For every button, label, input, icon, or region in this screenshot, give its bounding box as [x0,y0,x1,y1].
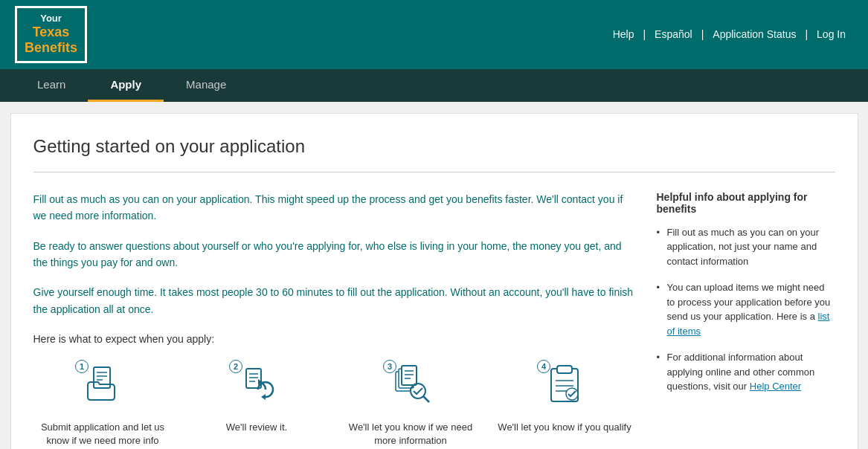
sidebar-item-2-text: You can upload items we might need to pr… [667,282,831,322]
sidebar-item-2: You can upload items we might need to pr… [657,280,835,338]
step-2: 2 W [187,361,327,448]
paragraph-3: Give yourself enough time. It takes most… [33,284,634,317]
header-nav: Help | Español | Application Status | Lo… [605,28,853,40]
step-1-number: 1 [75,360,89,373]
steps-row: 1 Submit application and let us know if … [33,361,634,448]
svg-line-17 [423,396,429,402]
nav-tabs: Learn Apply Manage [0,69,868,102]
svg-rect-19 [557,366,572,373]
main-container: Getting started on your application Fill… [10,113,858,449]
paragraph-2: Be ready to answer questions about yours… [33,238,634,271]
logo-your: Your [40,13,62,25]
application-status-link[interactable]: Application Status [705,28,803,40]
paragraph-1: Fill out as much as you can on your appl… [33,191,634,224]
step-1-icon-wrapper: 1 [77,361,129,413]
separator-3: | [803,28,809,40]
step-1-label: Submit application and let us know if we… [33,421,173,448]
paragraph-4: Here is what to expect when you apply: [33,331,634,347]
login-link[interactable]: Log In [809,28,853,40]
logo-texas: Texas [33,25,70,41]
page-title: Getting started on your application [33,136,835,157]
step-4-number: 4 [537,360,550,373]
sidebar-title: Helpful info about applying for benefits [657,191,835,215]
step-4-icon-wrapper: 4 [539,361,591,413]
separator-1: | [641,28,647,40]
logo[interactable]: Your Texas Benefits [15,6,87,63]
step-3-number: 3 [383,360,396,373]
sidebar-item-3: For additional information about applyin… [657,350,835,394]
sidebar: Helpful info about applying for benefits… [657,191,835,448]
step-4: 4 [495,361,634,448]
step-3-icon-wrapper: 3 [385,361,437,413]
content-layout: Fill out as much as you can on your appl… [33,191,835,448]
sidebar-item-1: Fill out as much as you can on your appl… [657,225,835,269]
step-2-label: We'll review it. [226,421,287,434]
svg-rect-12 [402,366,417,385]
logo-benefits: Benefits [25,40,77,56]
divider [33,172,835,172]
step-2-icon-wrapper: 2 [231,361,283,413]
sidebar-list: Fill out as much as you can on your appl… [657,225,835,394]
tab-apply[interactable]: Apply [88,69,164,102]
step-3-label: We'll let you know if we need more infor… [341,421,480,448]
help-center-link[interactable]: Help Center [750,381,801,392]
step-1: 1 Submit application and let us know if … [33,361,173,448]
main-content: Fill out as much as you can on your appl… [33,191,634,448]
header: Your Texas Benefits Help | Español | App… [0,0,868,69]
separator-2: | [700,28,706,40]
tab-manage[interactable]: Manage [164,69,248,102]
step-3: 3 [341,361,480,448]
espanol-link[interactable]: Español [647,28,700,40]
step-4-label: We'll let you know if you qualify [498,421,631,434]
tab-learn[interactable]: Learn [15,69,88,102]
help-link[interactable]: Help [605,28,642,40]
svg-marker-8 [261,394,266,400]
sidebar-item-1-text: Fill out as much as you can on your appl… [667,227,820,267]
step-2-number: 2 [229,360,242,373]
